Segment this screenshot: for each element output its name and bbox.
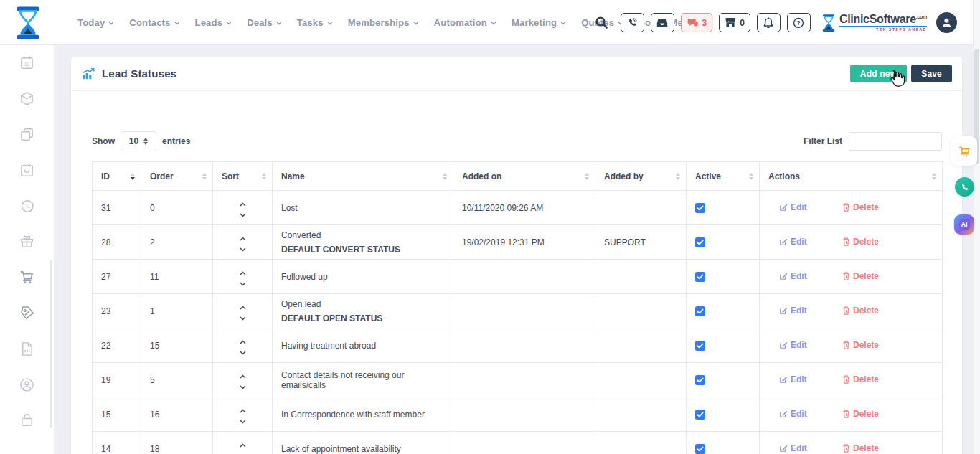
entries-select[interactable]: 10 [121,131,156,151]
sidebar-item-pages[interactable] [0,117,54,153]
active-checkbox[interactable] [695,444,705,454]
column-header-sort[interactable]: Sort [213,162,273,191]
chevron-down-icon [491,20,496,26]
cell-name: Open lead DEFAULT OPEN STATUS [273,294,453,328]
nav-item-automation[interactable]: Automation [434,17,496,28]
store-badge: 0 [740,18,745,28]
app-logo[interactable] [11,5,44,41]
nav-item-marketing[interactable]: Marketing [512,17,566,28]
inbox-button[interactable] [651,13,674,32]
cell-added-by: SUPPORT [595,225,687,260]
active-checkbox[interactable] [695,237,705,247]
move-up-icon[interactable] [240,306,246,310]
move-up-icon[interactable] [240,443,246,448]
active-checkbox[interactable] [695,375,705,385]
nav-item-today[interactable]: Today [77,17,114,28]
sidebar-scrollbar[interactable] [50,260,52,428]
filter-list-input[interactable] [849,132,942,151]
move-up-icon[interactable] [240,409,246,413]
move-down-icon[interactable] [240,351,246,355]
edit-button[interactable]: Edit [779,374,807,384]
move-up-icon[interactable] [240,374,246,379]
save-button[interactable]: Save [911,65,952,82]
sidebar-item-cart[interactable] [0,260,54,295]
check-icon [697,240,704,245]
active-checkbox[interactable] [695,203,705,213]
delete-button[interactable]: Delete [842,271,879,281]
move-up-icon[interactable] [240,340,246,344]
move-down-icon[interactable] [240,247,246,252]
move-up-icon[interactable] [240,237,246,241]
cell-actions: Edit Delete [760,432,943,454]
edit-button[interactable]: Edit [779,237,807,247]
move-up-icon[interactable] [240,271,246,275]
move-up-icon[interactable] [240,202,246,207]
nav-item-memberships[interactable]: Memberships [348,17,419,28]
sidebar-item-gift[interactable] [0,224,54,260]
floating-ai-widget[interactable]: AI [954,214,974,235]
sidebar-item-report[interactable] [0,331,54,366]
edit-button[interactable]: Edit [779,340,807,350]
column-header-actions[interactable]: Actions [760,162,943,191]
report-icon [19,341,35,357]
floating-phone-widget[interactable] [955,177,974,197]
move-down-icon[interactable] [240,282,246,286]
active-checkbox[interactable] [695,410,705,420]
user-avatar[interactable] [936,12,957,33]
add-new-button[interactable]: Add new [850,65,907,82]
nav-item-tasks[interactable]: Tasks [297,17,333,28]
cell-sort [213,225,273,260]
column-header-name[interactable]: Name [273,162,453,191]
edit-button[interactable]: Edit [779,306,807,316]
delete-button[interactable]: Delete [842,202,879,212]
sidebar-item-history[interactable] [0,188,54,224]
delete-button[interactable]: Delete [842,374,879,384]
active-checkbox[interactable] [695,306,705,316]
move-down-icon[interactable] [240,213,246,217]
edit-button[interactable]: Edit [779,271,807,281]
cell-active [687,432,760,454]
nav-label: Deals [247,17,273,28]
nav-item-leads[interactable]: Leads [195,17,232,28]
delete-button[interactable]: Delete [842,306,879,316]
edit-button[interactable]: Edit [779,202,807,212]
sidebar-item-lock[interactable] [0,402,54,438]
edit-icon [779,341,788,349]
phone-button[interactable] [621,13,644,32]
column-header-id[interactable]: ID [93,162,141,191]
select-spinner-icon [143,138,148,145]
phone-icon [627,17,638,28]
delete-button[interactable]: Delete [842,340,879,350]
nav-item-deals[interactable]: Deals [247,17,282,28]
column-header-active[interactable]: Active [687,162,760,191]
sidebar-item-client[interactable] [0,366,54,402]
floating-cart-widget[interactable] [951,136,977,166]
sidebar-item-package[interactable] [0,81,54,117]
column-header-order[interactable]: Order [141,162,213,191]
active-checkbox[interactable] [695,272,705,282]
cell-sort [213,294,273,328]
notifications-button[interactable] [757,13,781,32]
search-button[interactable] [593,14,611,32]
nav-item-contacts[interactable]: Contacts [129,17,179,28]
column-header-added-on[interactable]: Added on [453,162,595,191]
delete-button[interactable]: Delete [842,409,879,419]
sidebar-item-calendar[interactable]: 12 [0,45,54,81]
sidebar-item-booking-calendar[interactable] [0,152,54,188]
move-down-icon[interactable] [240,420,246,424]
chat-button[interactable]: 3 [681,13,713,32]
help-button[interactable]: ? [787,13,811,32]
move-down-icon[interactable] [240,385,246,389]
edit-button[interactable]: Edit [779,443,807,453]
move-down-icon[interactable] [240,316,246,321]
store-button[interactable]: 0 [719,13,750,32]
column-header-added-by[interactable]: Added by [595,162,687,191]
nav-label: Memberships [348,17,410,28]
trash-icon [842,375,850,384]
delete-button[interactable]: Delete [842,443,879,453]
active-checkbox[interactable] [695,341,705,351]
delete-button[interactable]: Delete [842,237,879,247]
clinicsoftware-logo[interactable]: ClinicSoftware.com TEN STEPS AHEAD [821,14,927,32]
edit-button[interactable]: Edit [779,409,807,419]
sidebar-item-discount-tag[interactable] [0,295,54,331]
